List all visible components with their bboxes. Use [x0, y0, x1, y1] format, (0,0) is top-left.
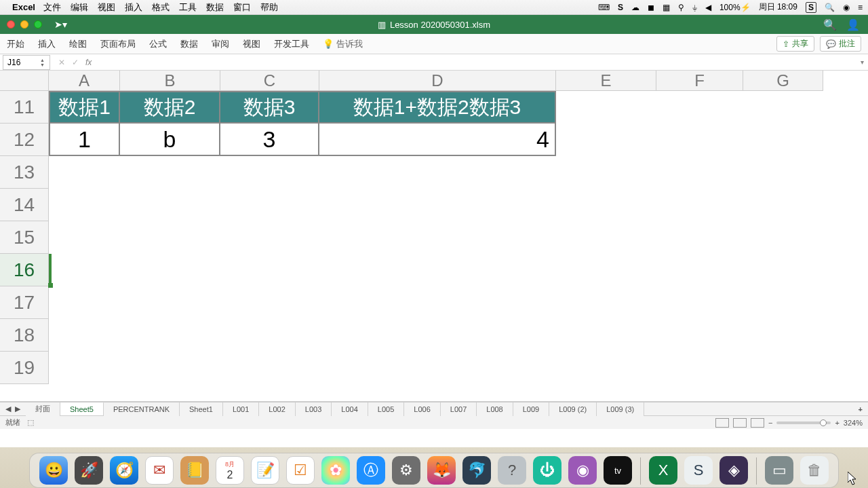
column-header-D[interactable]: D: [319, 71, 556, 91]
status-datetime[interactable]: 周日 18:09: [759, 1, 797, 13]
sheet-nav-prev-icon[interactable]: ◀: [5, 405, 11, 413]
dock-mysql-icon[interactable]: 🐬: [462, 456, 491, 485]
column-header-B[interactable]: B: [120, 71, 220, 91]
status-square-icon[interactable]: ◼: [648, 3, 654, 12]
status-s2-icon[interactable]: S: [806, 2, 816, 13]
status-s-icon[interactable]: S: [618, 3, 623, 12]
dock-excel-icon[interactable]: X: [649, 456, 677, 485]
dock-appstore-icon[interactable]: Ⓐ: [357, 456, 385, 485]
comments-button[interactable]: 💬批注: [820, 36, 861, 52]
menu-insert[interactable]: 插入: [125, 1, 142, 14]
spreadsheet-grid[interactable]: ABCDEFG 111213141516171819 数据1数据2数据3数据1+…: [0, 71, 868, 402]
dock-help-icon[interactable]: ?: [498, 456, 526, 485]
cells-area[interactable]: 数据1数据2数据3数据1+数据2数据31b34: [49, 91, 868, 384]
sheet-tab[interactable]: Sheet1: [180, 402, 223, 416]
sheet-tab[interactable]: L003: [296, 402, 332, 416]
zoom-slider[interactable]: [776, 421, 831, 424]
status-grid-icon[interactable]: ▦: [663, 3, 670, 12]
data-header-cell[interactable]: 数据1: [49, 91, 120, 124]
fx-icon[interactable]: fx: [85, 58, 92, 67]
column-header-G[interactable]: G: [743, 71, 823, 91]
zoom-in-button[interactable]: +: [835, 419, 839, 427]
menu-edit[interactable]: 编辑: [71, 1, 88, 14]
name-box-stepper[interactable]: ▲▼: [40, 56, 48, 69]
status-volume-icon[interactable]: ◀: [705, 3, 711, 12]
data-header-cell[interactable]: 数据3: [220, 91, 319, 124]
ribbon-tab-pagelayout[interactable]: 页面布局: [100, 38, 136, 50]
column-header-C[interactable]: C: [220, 71, 319, 91]
menu-tools[interactable]: 工具: [179, 1, 197, 14]
dock-appletv-icon[interactable]: tv: [604, 456, 632, 485]
sheet-tab[interactable]: L005: [368, 402, 404, 416]
data-value-cell[interactable]: 4: [319, 124, 556, 156]
status-cloud-icon[interactable]: ☁: [631, 3, 639, 12]
row-header-11[interactable]: 11: [0, 91, 49, 124]
dock-launchpad-icon[interactable]: 🚀: [75, 456, 103, 485]
fill-handle[interactable]: [48, 283, 53, 288]
menu-window[interactable]: 窗口: [233, 1, 251, 14]
sheet-tab[interactable]: L006: [404, 402, 440, 416]
app-name[interactable]: Excel: [12, 2, 35, 12]
sheet-tab[interactable]: 封面: [26, 402, 60, 416]
dock-reminders-icon[interactable]: ☑: [286, 456, 315, 485]
dock-calendar-icon[interactable]: 8月2: [216, 456, 244, 485]
menu-format[interactable]: 格式: [152, 1, 170, 14]
row-header-14[interactable]: 14: [0, 189, 49, 221]
data-value-cell[interactable]: 3: [220, 124, 319, 156]
row-header-19[interactable]: 19: [0, 352, 49, 384]
row-header-18[interactable]: 18: [0, 319, 49, 352]
view-normal-button[interactable]: [715, 418, 729, 428]
tell-me[interactable]: 💡告诉我: [323, 38, 363, 50]
ribbon-tab-draw[interactable]: 绘图: [69, 38, 87, 50]
dock-firefox-icon[interactable]: 🦊: [427, 456, 456, 485]
column-header-A[interactable]: A: [49, 71, 120, 91]
data-header-cell[interactable]: 数据2: [120, 91, 220, 124]
select-all-corner[interactable]: [0, 71, 49, 91]
dock-notes-icon[interactable]: 📝: [251, 456, 279, 485]
sheet-tab[interactable]: L004: [332, 402, 368, 416]
add-sheet-button[interactable]: +: [853, 405, 868, 413]
dock-finder-icon[interactable]: 😀: [39, 456, 68, 485]
cancel-formula-icon[interactable]: ✕: [58, 58, 65, 67]
dock-recent-thumb-icon[interactable]: ▭: [765, 456, 793, 485]
sheet-tab[interactable]: L007: [441, 402, 477, 416]
data-header-cell[interactable]: 数据1+数据2数据3: [319, 91, 556, 124]
sheet-nav-next-icon[interactable]: ▶: [15, 405, 20, 413]
account-icon[interactable]: 👤: [846, 18, 860, 31]
row-header-15[interactable]: 15: [0, 221, 49, 254]
status-ime-icon[interactable]: ⌨: [598, 3, 610, 12]
view-pagebreak-button[interactable]: [751, 418, 764, 428]
status-bluetooth-icon[interactable]: ⚲: [678, 3, 684, 12]
ribbon-tab-developer[interactable]: 开发工具: [274, 38, 309, 50]
view-pagelayout-button[interactable]: [733, 418, 747, 428]
status-siri-icon[interactable]: ◉: [843, 3, 850, 12]
confirm-formula-icon[interactable]: ✓: [72, 58, 79, 67]
minimize-window-button[interactable]: [20, 20, 28, 29]
menu-view[interactable]: 视图: [98, 1, 115, 14]
zoom-window-button[interactable]: [34, 20, 42, 29]
row-header-16[interactable]: 16: [0, 254, 49, 286]
close-window-button[interactable]: [7, 20, 15, 29]
ribbon-tab-review[interactable]: 审阅: [212, 38, 229, 50]
menu-help[interactable]: 帮助: [260, 1, 278, 14]
column-header-F[interactable]: F: [656, 71, 743, 91]
dock-snagit-icon[interactable]: S: [684, 456, 713, 485]
cursor-mode-icon[interactable]: ➤▾: [54, 19, 67, 30]
macro-record-icon[interactable]: ⬚: [27, 418, 34, 427]
sheet-tab[interactable]: L008: [477, 402, 513, 416]
dock-safari-icon[interactable]: 🧭: [110, 456, 138, 485]
name-box[interactable]: J16 ▲▼: [3, 55, 50, 70]
sheet-tab[interactable]: PERCENTRANK: [104, 402, 180, 416]
ribbon-tab-insert[interactable]: 插入: [38, 38, 56, 50]
dock-settings-icon[interactable]: ⚙: [392, 456, 420, 485]
status-spotlight-icon[interactable]: 🔍: [825, 3, 835, 12]
dock-photos-icon[interactable]: ✿: [321, 456, 350, 485]
dock-activity-icon[interactable]: ⏻: [533, 456, 561, 485]
expand-formula-bar-icon[interactable]: ▾: [861, 58, 864, 66]
ribbon-tab-formulas[interactable]: 公式: [149, 38, 167, 50]
data-value-cell[interactable]: 1: [49, 124, 120, 156]
zoom-out-button[interactable]: −: [768, 419, 772, 427]
dock-purple-app-icon[interactable]: ◈: [719, 456, 748, 485]
menu-file[interactable]: 文件: [43, 1, 61, 14]
dock-mail-icon[interactable]: ✉: [145, 456, 174, 485]
